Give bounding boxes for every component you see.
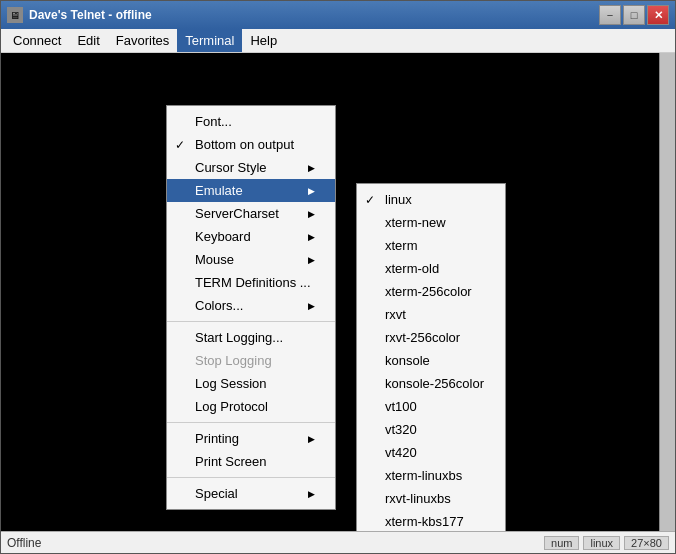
status-badge-size: 27×80 (624, 536, 669, 550)
window-title: Dave's Telnet - offline (29, 8, 593, 22)
menu-item-servercharset[interactable]: ServerCharset (167, 202, 335, 225)
menu-item-bottom-on-output[interactable]: Bottom on output (167, 133, 335, 156)
close-button[interactable]: ✕ (647, 5, 669, 25)
main-window: 🖥 Dave's Telnet - offline − □ ✕ Connect … (0, 0, 676, 554)
emulate-rxvt-256color[interactable]: rxvt-256color (357, 326, 505, 349)
emulate-xterm-new[interactable]: xterm-new (357, 211, 505, 234)
separator-2 (167, 422, 335, 423)
emulate-vt100[interactable]: vt100 (357, 395, 505, 418)
menu-item-log-protocol[interactable]: Log Protocol (167, 395, 335, 418)
emulate-rxvt[interactable]: rxvt (357, 303, 505, 326)
terminal-menu: Font... Bottom on output Cursor Style Em… (166, 105, 336, 510)
menu-favorites[interactable]: Favorites (108, 29, 177, 52)
window-controls: − □ ✕ (599, 5, 669, 25)
menu-item-colors[interactable]: Colors... (167, 294, 335, 317)
maximize-button[interactable]: □ (623, 5, 645, 25)
separator-1 (167, 321, 335, 322)
menu-item-keyboard[interactable]: Keyboard (167, 225, 335, 248)
emulate-xterm-256color[interactable]: xterm-256color (357, 280, 505, 303)
emulate-konsole[interactable]: konsole (357, 349, 505, 372)
separator-3 (167, 477, 335, 478)
menu-item-print-screen[interactable]: Print Screen (167, 450, 335, 473)
menu-item-printing[interactable]: Printing (167, 427, 335, 450)
statusbar: Offline num linux 27×80 (1, 531, 675, 553)
terminal-area: Font... Bottom on output Cursor Style Em… (1, 53, 675, 531)
emulate-vt420[interactable]: vt420 (357, 441, 505, 464)
emulate-vt320[interactable]: vt320 (357, 418, 505, 441)
emulate-submenu: linux xterm-new xterm xterm-old xterm-25… (356, 183, 506, 531)
scrollbar[interactable] (659, 53, 675, 531)
emulate-rxvt-linuxbs[interactable]: rxvt-linuxbs (357, 487, 505, 510)
menu-item-start-logging[interactable]: Start Logging... (167, 326, 335, 349)
emulate-submenu-container: linux xterm-new xterm xterm-old xterm-25… (356, 183, 506, 531)
minimize-button[interactable]: − (599, 5, 621, 25)
menu-item-mouse[interactable]: Mouse (167, 248, 335, 271)
menu-item-special[interactable]: Special (167, 482, 335, 505)
status-text: Offline (7, 536, 41, 550)
emulate-konsole-256color[interactable]: konsole-256color (357, 372, 505, 395)
emulate-xterm-linuxbs[interactable]: xterm-linuxbs (357, 464, 505, 487)
menu-item-stop-logging: Stop Logging (167, 349, 335, 372)
emulate-xterm-kbs177[interactable]: xterm-kbs177 (357, 510, 505, 531)
menu-item-cursor-style[interactable]: Cursor Style (167, 156, 335, 179)
menu-terminal[interactable]: Terminal (177, 29, 242, 52)
emulate-xterm[interactable]: xterm (357, 234, 505, 257)
status-badge-linux: linux (583, 536, 620, 550)
menu-help[interactable]: Help (242, 29, 285, 52)
terminal-dropdown: Font... Bottom on output Cursor Style Em… (166, 105, 336, 510)
emulate-linux[interactable]: linux (357, 188, 505, 211)
menu-item-emulate[interactable]: Emulate (167, 179, 335, 202)
menu-item-font[interactable]: Font... (167, 110, 335, 133)
status-badge-num: num (544, 536, 579, 550)
menu-edit[interactable]: Edit (69, 29, 107, 52)
menu-item-term-definitions[interactable]: TERM Definitions ... (167, 271, 335, 294)
status-badges: num linux 27×80 (544, 536, 669, 550)
emulate-xterm-old[interactable]: xterm-old (357, 257, 505, 280)
window-icon: 🖥 (7, 7, 23, 23)
menubar: Connect Edit Favorites Terminal Help (1, 29, 675, 53)
menu-connect[interactable]: Connect (5, 29, 69, 52)
title-bar: 🖥 Dave's Telnet - offline − □ ✕ (1, 1, 675, 29)
menu-item-log-session[interactable]: Log Session (167, 372, 335, 395)
